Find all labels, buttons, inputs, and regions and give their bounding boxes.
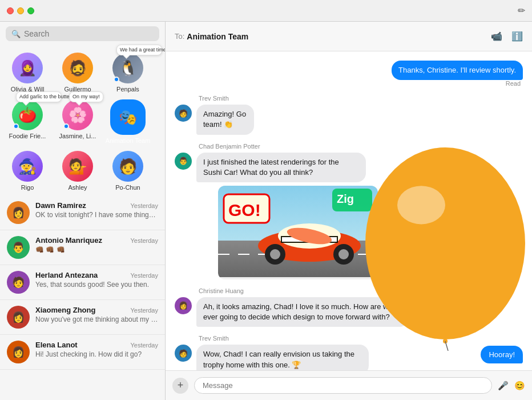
input-bar: + 🎤 😊 — [166, 370, 532, 400]
message-input[interactable] — [194, 377, 492, 394]
conv-name-herland: Herland Antezana — [35, 271, 98, 279]
add-attachment-button[interactable]: + — [172, 378, 188, 394]
pinned-contact-foodie-frie[interactable]: Add garlic to the butter, and then...🍅Fo… — [3, 97, 51, 146]
msg-bubble-msg-outgoing-1: Thanks, Christine. I'll review shortly. — [392, 61, 523, 80]
conv-item-herland[interactable]: 🧑Herland AntezanaYesterdayYes, that soun… — [0, 265, 165, 300]
conv-time-herland: Yesterday — [130, 272, 158, 279]
conv-item-elena[interactable]: 👩Elena LanotYesterdayHi! Just checking i… — [0, 335, 165, 370]
msg-avatar-msg-trev-2: 🧑 — [175, 345, 192, 362]
avatar-rigo: 🧙 — [12, 151, 43, 182]
sushi-car-image — [218, 186, 378, 277]
conv-info-elena: Elena LanotYesterdayHi! Just checking in… — [35, 341, 158, 358]
conv-preview-dawn: OK to visit tonight? I have some things … — [35, 211, 158, 219]
conv-avatar-xiaomeng: 👩 — [7, 306, 30, 329]
pinned-label-ashley: Ashley — [55, 184, 100, 191]
pinned-label-animation-team: Animation Team — [105, 137, 151, 144]
pinned-label-po-chun: Po-Chun — [105, 184, 151, 191]
msg-row-msg-chad-1: 👨I just finished the latest renderings f… — [175, 153, 523, 279]
msg-group-msg-chad-1: Chad Benjamin Potter👨I just finished the… — [175, 143, 523, 279]
pinned-contact-rigo[interactable]: 🧙Rigo — [3, 149, 51, 193]
pinned-label-foodie-frie: Foodie Frie... — [5, 133, 50, 139]
conv-time-xiaomeng: Yesterday — [130, 307, 158, 314]
pinned-contact-guillermo[interactable]: 🧔Guillermo — [54, 50, 102, 95]
pinned-contact-po-chun[interactable]: 🧑Po-Chun — [104, 149, 152, 193]
msg-group-msg-trev-1: Trev Smith🧑Amazing! Go team! 👏 — [175, 95, 523, 134]
traffic-lights — [7, 7, 34, 14]
info-icon[interactable]: ℹ️ — [511, 31, 523, 42]
emoji-icon[interactable]: 😊 — [514, 381, 525, 391]
conv-time-elena: Yesterday — [130, 342, 158, 349]
msg-bubble-msg-trev-2: Wow, Chad! I can really envision us taki… — [196, 345, 369, 370]
hooray-bubble: Hooray! — [481, 346, 523, 363]
msg-row-msg-trev-2: 🧑Wow, Chad! I can really envision us tak… — [175, 345, 523, 370]
speech-bubble-penpals: We had a great time. Home with... — [116, 45, 162, 55]
msg-row-msg-trev-1: 🧑Amazing! Go team! 👏 — [175, 105, 523, 134]
conv-preview-elena: Hi! Just checking in. How did it go? — [35, 350, 158, 358]
conv-item-antonio[interactable]: 👨Antonio ManriquezYesterday👊🏾 👊🏾 👊🏾 — [0, 230, 165, 265]
audio-icon[interactable]: 🎤 — [498, 381, 509, 391]
conv-preview-herland: Yes, that sounds good! See you then. — [35, 281, 158, 289]
avatar-ashley: 💁 — [62, 151, 93, 182]
close-button[interactable] — [7, 7, 14, 14]
msg-bubble-msg-christine-1: Ah, it looks amazing, Chad! I love it so… — [196, 297, 409, 327]
msg-sender-name-msg-christine-1: Christine Huang — [175, 287, 523, 294]
input-icons: 🎤 😊 — [498, 381, 525, 391]
chat-recipient: Animation Team — [187, 32, 248, 41]
conv-item-xiaomeng[interactable]: 👩Xiaomeng ZhongYesterdayNow you've got m… — [0, 300, 165, 335]
pinned-contact-ashley[interactable]: 💁Ashley — [54, 149, 102, 193]
conv-name-dawn: Dawn Ramirez — [35, 201, 86, 210]
search-input[interactable] — [24, 29, 154, 38]
conv-info-xiaomeng: Xiaomeng ZhongYesterdayNow you've got me… — [35, 306, 158, 323]
chat-header-icons: 📹 ℹ️ — [491, 31, 523, 42]
pinned-contact-olivia-will[interactable]: 🧕Olivia & Will — [3, 50, 51, 95]
video-call-icon[interactable]: 📹 — [491, 31, 502, 42]
avatar-olivia-will: 🧕 — [12, 53, 43, 83]
minimize-button[interactable] — [17, 7, 24, 14]
conv-info-antonio: Antonio ManriquezYesterday👊🏾 👊🏾 👊🏾 — [35, 236, 158, 254]
conv-name-xiaomeng: Xiaomeng Zhong — [35, 306, 95, 314]
msg-group-msg-christine-1: Christine Huang👩Ah, it looks amazing, Ch… — [175, 287, 523, 327]
pinned-label-penpals: Penpals — [105, 86, 151, 93]
msg-row-msg-christine-1: 👩Ah, it looks amazing, Chad! I love it s… — [175, 297, 523, 327]
conv-time-dawn: Yesterday — [130, 202, 158, 209]
conv-name-antonio: Antonio Manriquez — [35, 236, 102, 245]
msg-image-card — [218, 186, 378, 279]
msg-avatar-msg-chad-1: 👨 — [175, 153, 192, 170]
conv-avatar-antonio: 👨 — [7, 236, 30, 259]
pinned-contact-jasmine-li[interactable]: On my way!🌸Jasmine, Li... — [54, 97, 102, 146]
conv-info-dawn: Dawn RamirezYesterdayOK to visit tonight… — [35, 201, 158, 219]
compose-button[interactable]: ✏ — [518, 5, 525, 16]
pinned-contact-animation-team[interactable]: 🎭Animation Team — [104, 97, 152, 146]
msg-outgoing-msg-outgoing-1: Thanks, Christine. I'll review shortly.R… — [175, 61, 523, 87]
title-bar: ✏ — [0, 0, 532, 22]
pinned-contacts: 🧕Olivia & Will🧔GuillermoWe had a great t… — [0, 46, 165, 195]
search-icon: 🔍 — [11, 30, 21, 38]
sidebar: 🔍 🧕Olivia & Will🧔GuillermoWe had a great… — [0, 22, 166, 400]
fullscreen-button[interactable] — [27, 7, 34, 14]
msg-avatar-msg-christine-1: 👩 — [175, 297, 192, 314]
chat-header: To: Animation Team 📹 ℹ️ — [166, 22, 532, 51]
msg-bubble-msg-chad-1: I just finished the latest renderings fo… — [196, 153, 366, 182]
conv-name-elena: Elena Lanot — [35, 341, 78, 349]
avatar-animation-team: 🎭 — [112, 102, 143, 133]
main-content: 🔍 🧕Olivia & Will🧔GuillermoWe had a great… — [0, 22, 532, 400]
avatar-po-chun: 🧑 — [112, 151, 143, 182]
msg-avatar-msg-trev-1: 🧑 — [175, 105, 192, 122]
messages-container: Thanks, Christine. I'll review shortly.R… — [166, 51, 532, 370]
conv-item-dawn[interactable]: 👩Dawn RamirezYesterdayOK to visit tonigh… — [0, 195, 165, 230]
pinned-label-jasmine-li: Jasmine, Li... — [55, 133, 100, 139]
msg-sender-name-msg-trev-2: Trev Smith — [175, 335, 523, 342]
unread-dot-jasmine-li — [63, 123, 69, 129]
speech-bubble-jasmine-li: On my way! — [69, 91, 103, 102]
conv-preview-antonio: 👊🏾 👊🏾 👊🏾 — [35, 246, 158, 254]
conv-avatar-dawn: 👩 — [7, 201, 30, 224]
chat-area: To: Animation Team 📹 ℹ️ Thanks, Christin… — [166, 22, 532, 400]
pinned-contact-penpals[interactable]: We had a great time. Home with...🐧Penpal… — [104, 50, 152, 95]
conv-preview-xiaomeng: Now you've got me thinking about my next… — [35, 315, 158, 323]
conv-avatar-herland: 🧑 — [7, 271, 30, 294]
msg-group-msg-trev-2: Trev Smith🧑Wow, Chad! I can really envis… — [175, 335, 523, 370]
search-bar[interactable]: 🔍 — [6, 26, 159, 41]
conv-info-herland: Herland AntezanaYesterdayYes, that sound… — [35, 271, 158, 289]
to-label: To: — [175, 32, 184, 41]
conversation-list: 👩Dawn RamirezYesterdayOK to visit tonigh… — [0, 195, 165, 400]
